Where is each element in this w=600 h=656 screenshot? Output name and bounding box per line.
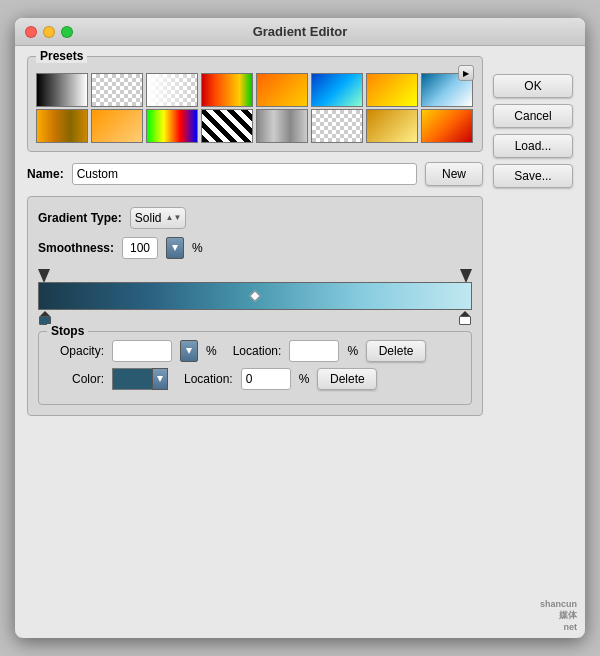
color-stop-markers [38,311,472,325]
preset-swatch-4[interactable] [256,73,308,107]
smoothness-dropdown-button[interactable] [166,237,184,259]
window-title: Gradient Editor [253,24,348,39]
traffic-lights [25,26,73,38]
load-button[interactable]: Load... [493,134,573,158]
preset-swatch-1[interactable] [91,73,143,107]
gradient-type-value: Solid [135,211,162,225]
preset-swatch-10[interactable] [146,109,198,143]
watermark: shancun媒体net [540,597,577,632]
color-stop-right[interactable] [458,311,472,325]
preset-swatch-12[interactable] [256,109,308,143]
color-row: Color: Location: % Delete [49,368,461,390]
preset-swatch-6[interactable] [366,73,418,107]
stops-section: Stops Opacity: % Location: % Delete [38,331,472,405]
midpoint-diamond[interactable] [249,290,260,301]
gradient-section: Gradient Type: Solid ▲▼ Smoothness: % [27,196,483,416]
svg-marker-1 [186,348,192,354]
gradient-editor-window: Gradient Editor Presets ▶ [15,18,585,638]
preset-swatch-3[interactable] [201,73,253,107]
presets-label: Presets [36,49,87,63]
svg-marker-2 [157,376,163,382]
opacity-stop-right[interactable] [460,269,472,283]
color-swatch-button[interactable] [112,368,168,390]
presets-section: Presets ▶ [27,56,483,152]
preset-swatch-9[interactable] [91,109,143,143]
preset-swatch-8[interactable] [36,109,88,143]
gradient-type-label: Gradient Type: [38,211,122,225]
smoothness-label: Smoothness: [38,241,114,255]
name-input[interactable] [72,163,417,185]
save-button[interactable]: Save... [493,164,573,188]
presets-grid [36,73,474,143]
stops-label: Stops [47,324,88,338]
name-row: Name: New [27,162,483,186]
preset-swatch-13[interactable] [311,109,363,143]
smoothness-input[interactable] [122,237,158,259]
gradient-bar[interactable] [38,282,472,310]
preset-swatch-2[interactable] [146,73,198,107]
opacity-row: Opacity: % Location: % Delete [49,340,461,362]
delete-color-button[interactable]: Delete [317,368,377,390]
opacity-stop-markers [38,269,472,281]
opacity-dropdown-arrow-icon [186,348,192,354]
preset-swatch-5[interactable] [311,73,363,107]
color-dropdown-arrow-icon [157,376,163,382]
opacity-location-input[interactable] [289,340,339,362]
opacity-label: Opacity: [49,344,104,358]
side-buttons: OK Cancel Load... Save... [493,56,573,416]
preset-swatch-11[interactable] [201,109,253,143]
color-label: Color: [49,372,104,386]
opacity-unit: % [206,344,217,358]
smoothness-row: Smoothness: % [38,237,472,259]
watermark-text: shancun媒体net [540,599,577,632]
color-location-unit: % [299,372,310,386]
color-stop-left[interactable] [38,311,52,325]
minimize-button[interactable] [43,26,55,38]
cancel-button[interactable]: Cancel [493,104,573,128]
gradient-type-arrows-icon: ▲▼ [165,214,181,222]
opacity-location-label: Location: [233,344,282,358]
opacity-stop-left[interactable] [38,269,50,283]
color-dropdown-button[interactable] [152,368,168,390]
gradient-bar-container [38,269,472,325]
opacity-input[interactable] [112,340,172,362]
preset-swatch-0[interactable] [36,73,88,107]
name-label: Name: [27,167,64,181]
opacity-location-unit: % [347,344,358,358]
color-stop-right-body [459,316,471,325]
maximize-button[interactable] [61,26,73,38]
dropdown-arrow-icon [172,245,178,251]
color-location-input[interactable] [241,368,291,390]
preset-swatch-15[interactable] [421,109,473,143]
new-button[interactable]: New [425,162,483,186]
smoothness-unit: % [192,241,203,255]
preset-swatch-14[interactable] [366,109,418,143]
opacity-dropdown-button[interactable] [180,340,198,362]
svg-marker-0 [172,245,178,251]
gradient-type-select[interactable]: Solid ▲▼ [130,207,187,229]
color-box [112,368,152,390]
title-bar: Gradient Editor [15,18,585,46]
presets-menu-button[interactable]: ▶ [458,65,474,81]
close-button[interactable] [25,26,37,38]
color-location-label: Location: [184,372,233,386]
ok-button[interactable]: OK [493,74,573,98]
delete-opacity-button[interactable]: Delete [366,340,426,362]
gradient-type-row: Gradient Type: Solid ▲▼ [38,207,472,229]
